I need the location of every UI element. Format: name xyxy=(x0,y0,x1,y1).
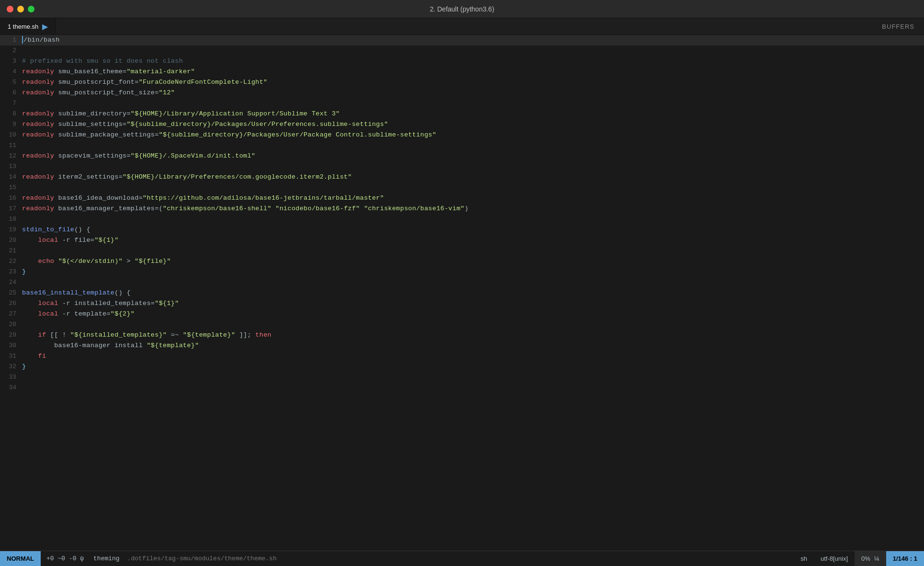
status-path: .dotfiles/tag-smu/modules/theme/theme.sh xyxy=(124,555,794,562)
status-encoding: utf-8[unix] xyxy=(814,555,855,562)
line-number-26: 26 xyxy=(0,298,22,309)
code-line-2: 2 xyxy=(0,45,924,56)
line-content-17: readonly base16_manager_templates=("chri… xyxy=(22,204,924,214)
code-line-15: 15 xyxy=(0,182,924,193)
editor: 1/bin/bash23# prefixed with smu so it do… xyxy=(0,35,924,551)
code-line-27: 27 local -r template="${2}" xyxy=(0,309,924,319)
line-content-20: local -r file="${1}" xyxy=(22,235,924,246)
line-number-15: 15 xyxy=(0,182,22,193)
line-content-30: base16-manager install "${template}" xyxy=(22,340,924,351)
line-number-28: 28 xyxy=(0,319,22,330)
tab-theme-sh[interactable]: 1 theme.sh ▶ xyxy=(0,18,56,34)
line-number-11: 11 xyxy=(0,140,22,151)
line-number-20: 20 xyxy=(0,235,22,246)
code-line-11: 11 xyxy=(0,140,924,151)
line-number-21: 21 xyxy=(0,246,22,256)
line-number-3: 3 xyxy=(0,56,22,67)
code-line-25: 25base16_install_template() { xyxy=(0,288,924,298)
code-area[interactable]: 1/bin/bash23# prefixed with smu so it do… xyxy=(0,35,924,551)
line-number-13: 13 xyxy=(0,161,22,172)
code-line-24: 24 xyxy=(0,277,924,288)
line-content-32: } xyxy=(22,362,924,372)
window-title: 2. Default (python3.6) xyxy=(430,5,495,13)
line-content-10: readonly sublime_package_settings="${sub… xyxy=(22,130,924,140)
line-number-9: 9 xyxy=(0,119,22,130)
title-bar: 2. Default (python3.6) xyxy=(0,0,924,18)
tab-label: 1 theme.sh xyxy=(8,23,38,30)
code-line-19: 19stdin_to_file() { xyxy=(0,225,924,235)
line-number-2: 2 xyxy=(0,45,22,56)
code-line-33: 33 xyxy=(0,372,924,383)
line-content-19: stdin_to_file() { xyxy=(22,225,924,235)
code-line-22: 22 echo "$(</dev/stdin)" > "${file}" xyxy=(0,256,924,267)
code-line-18: 18 xyxy=(0,214,924,225)
code-line-28: 28 xyxy=(0,319,924,330)
status-position: 1/146 : 1 xyxy=(886,551,924,566)
code-line-9: 9readonly sublime_settings="${sublime_di… xyxy=(0,119,924,130)
status-filename: theming xyxy=(90,555,124,562)
line-number-8: 8 xyxy=(0,109,22,119)
code-line-16: 16readonly base16_idea_download="https:/… xyxy=(0,193,924,204)
line-number-23: 23 xyxy=(0,267,22,277)
code-line-13: 13 xyxy=(0,161,924,172)
code-line-21: 21 xyxy=(0,246,924,256)
code-line-5: 5readonly smu_postscript_font="FuraCodeN… xyxy=(0,77,924,88)
traffic-lights xyxy=(7,6,34,12)
line-content-25: base16_install_template() { xyxy=(22,288,924,298)
line-number-4: 4 xyxy=(0,67,22,77)
buffers-label: BUFFERS xyxy=(882,23,914,30)
code-line-32: 32} xyxy=(0,362,924,372)
line-content-8: readonly sublime_directory="${HOME}/Libr… xyxy=(22,109,924,119)
line-number-27: 27 xyxy=(0,309,22,319)
line-number-1: 1 xyxy=(0,35,22,45)
line-number-14: 14 xyxy=(0,172,22,182)
line-number-17: 17 xyxy=(0,204,22,214)
minimize-button[interactable] xyxy=(17,6,24,12)
status-percent: 0% ¼ xyxy=(855,551,886,566)
code-line-7: 7 xyxy=(0,98,924,109)
line-content-23: } xyxy=(22,267,924,277)
code-line-34: 34 xyxy=(0,383,924,393)
status-git: +0 ~0 -0 ψ xyxy=(41,555,90,562)
code-line-8: 8readonly sublime_directory="${HOME}/Lib… xyxy=(0,109,924,119)
line-number-16: 16 xyxy=(0,193,22,204)
line-content-1: /bin/bash xyxy=(22,35,924,45)
status-bar: NORMAL +0 ~0 -0 ψ theming .dotfiles/tag-… xyxy=(0,551,924,566)
code-line-20: 20 local -r file="${1}" xyxy=(0,235,924,246)
text-cursor xyxy=(22,36,23,44)
line-number-34: 34 xyxy=(0,383,22,393)
code-line-26: 26 local -r installed_templates="${1}" xyxy=(0,298,924,309)
code-line-12: 12readonly spacevim_settings="${HOME}/.S… xyxy=(0,151,924,161)
tab-bar: 1 theme.sh ▶ BUFFERS xyxy=(0,18,924,35)
maximize-button[interactable] xyxy=(28,6,34,12)
line-number-6: 6 xyxy=(0,88,22,98)
line-number-32: 32 xyxy=(0,362,22,372)
line-content-31: fi xyxy=(22,351,924,362)
code-line-31: 31 fi xyxy=(0,351,924,362)
line-content-6: readonly smu_postscript_font_size="12" xyxy=(22,88,924,98)
line-number-25: 25 xyxy=(0,288,22,298)
code-line-14: 14readonly iterm2_settings="${HOME}/Libr… xyxy=(0,172,924,182)
code-line-1: 1/bin/bash xyxy=(0,35,924,45)
tab-arrow: ▶ xyxy=(42,22,48,31)
line-content-9: readonly sublime_settings="${sublime_dir… xyxy=(22,119,924,130)
line-number-12: 12 xyxy=(0,151,22,161)
line-content-26: local -r installed_templates="${1}" xyxy=(22,298,924,309)
line-number-10: 10 xyxy=(0,130,22,140)
line-number-33: 33 xyxy=(0,372,22,383)
close-button[interactable] xyxy=(7,6,13,12)
status-mode: NORMAL xyxy=(0,551,41,566)
code-line-3: 3# prefixed with smu so it does not clas… xyxy=(0,56,924,67)
line-number-29: 29 xyxy=(0,330,22,340)
status-right: sh utf-8[unix] 0% ¼ 1/146 : 1 xyxy=(794,551,924,566)
line-content-22: echo "$(</dev/stdin)" > "${file}" xyxy=(22,256,924,267)
code-line-6: 6readonly smu_postscript_font_size="12" xyxy=(0,88,924,98)
line-number-22: 22 xyxy=(0,256,22,267)
line-number-30: 30 xyxy=(0,340,22,351)
line-content-29: if [[ ! "${installed_templates}" =~ "${t… xyxy=(22,330,924,340)
line-content-4: readonly smu_base16_theme="material-dark… xyxy=(22,67,924,77)
status-lang: sh xyxy=(794,555,814,562)
line-number-5: 5 xyxy=(0,77,22,88)
line-content-12: readonly spacevim_settings="${HOME}/.Spa… xyxy=(22,151,924,161)
code-line-4: 4readonly smu_base16_theme="material-dar… xyxy=(0,67,924,77)
